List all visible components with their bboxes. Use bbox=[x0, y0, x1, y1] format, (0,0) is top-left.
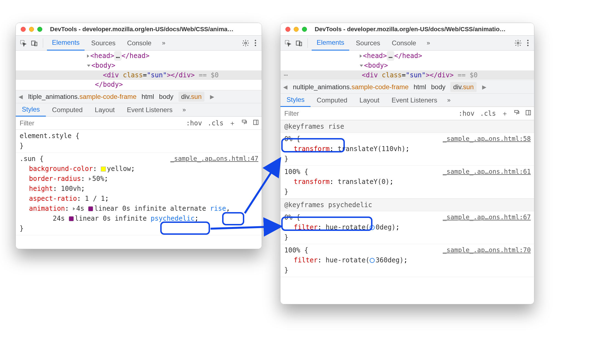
maximize-window-button[interactable] bbox=[37, 27, 42, 32]
more-tabs-icon[interactable]: » bbox=[158, 39, 169, 47]
styles-pane[interactable]: @keyframes rise 0% { _sample_.ap…ons.htm… bbox=[280, 120, 534, 304]
crumb-body[interactable]: body bbox=[431, 83, 445, 91]
decl-filter[interactable]: filter: hue-rotate(360deg); bbox=[284, 255, 530, 265]
window-title: DevTools - developer.mozilla.org/en-US/d… bbox=[50, 26, 233, 33]
maximize-window-button[interactable] bbox=[302, 27, 307, 32]
styles-filter-input[interactable] bbox=[280, 110, 456, 117]
rule-sun[interactable]: .sun { _sample_.ap…ons.html:47 backgroun… bbox=[16, 153, 262, 235]
keyframes-link-rise[interactable]: rise bbox=[210, 205, 226, 212]
breadcrumb-scroll-left-icon[interactable]: ◀ bbox=[18, 93, 23, 100]
dom-body-close[interactable]: </body> bbox=[16, 80, 262, 89]
kebab-menu-icon[interactable] bbox=[252, 40, 259, 46]
styles-filter-input[interactable] bbox=[16, 119, 183, 127]
decl-aspect-ratio[interactable]: aspect-ratio: 1 / 1; bbox=[20, 194, 258, 204]
crumb-div-sun[interactable]: div.sun bbox=[178, 92, 204, 102]
breadcrumb-scroll-left-icon[interactable]: ◀ bbox=[283, 84, 288, 90]
paint-icon[interactable] bbox=[238, 119, 250, 127]
subtab-styles[interactable]: Styles bbox=[280, 94, 311, 107]
decl-transform[interactable]: transform: translateY(0); bbox=[284, 177, 530, 187]
crumb-div-sun[interactable]: div.sun bbox=[450, 82, 476, 92]
dom-head[interactable]: <head>…</head> bbox=[280, 51, 534, 61]
hov-toggle[interactable]: :hov bbox=[456, 110, 477, 117]
more-subtabs-icon[interactable]: » bbox=[179, 106, 190, 114]
tab-console[interactable]: Console bbox=[122, 36, 156, 51]
computed-sidebar-icon[interactable] bbox=[250, 119, 262, 127]
dom-tree[interactable]: <head>…</head> <body> <div class="sun"><… bbox=[16, 51, 262, 90]
close-window-button[interactable] bbox=[21, 27, 26, 32]
cls-toggle[interactable]: .cls bbox=[477, 110, 499, 117]
device-toolbar-icon[interactable] bbox=[30, 38, 39, 48]
computed-sidebar-icon[interactable] bbox=[522, 110, 534, 117]
keyframe-psy-0[interactable]: 0% { _sample_.ap…ons.html:67 filter: hue… bbox=[280, 211, 534, 244]
subtab-event-listeners[interactable]: Event Listeners bbox=[121, 103, 178, 117]
cls-toggle[interactable]: .cls bbox=[205, 119, 226, 127]
new-rule-icon[interactable]: ＋ bbox=[499, 109, 511, 118]
decl-background-color[interactable]: background-color: yellow; bbox=[20, 164, 258, 174]
dom-tree[interactable]: <head>…</head> <body> ⋯ <div class="sun"… bbox=[280, 51, 534, 80]
source-link[interactable]: _sample_.ap…ons.html:67 bbox=[443, 212, 531, 222]
kebab-menu-icon[interactable] bbox=[524, 40, 531, 46]
source-link[interactable]: _sample_.ap…ons.html:58 bbox=[443, 134, 531, 144]
angle-swatch-icon[interactable] bbox=[370, 225, 375, 230]
decl-border-radius[interactable]: border-radius: 50%; bbox=[20, 174, 258, 184]
inspect-icon[interactable] bbox=[19, 38, 28, 48]
easing-swatch-icon[interactable] bbox=[69, 216, 74, 221]
decl-transform[interactable]: transform: translateY(110vh); bbox=[284, 144, 530, 154]
rule-element-style[interactable]: element.style { } bbox=[16, 130, 262, 153]
breadcrumb-scroll-right-icon[interactable]: ▶ bbox=[482, 84, 487, 90]
tab-elements[interactable]: Elements bbox=[312, 36, 349, 51]
keyframe-rise-0[interactable]: 0% { _sample_.ap…ons.html:58 transform: … bbox=[280, 133, 534, 166]
dom-body-open[interactable]: <body> bbox=[280, 61, 534, 70]
crumb-html[interactable]: html bbox=[141, 93, 154, 101]
minimize-window-button[interactable] bbox=[294, 27, 299, 32]
tab-sources[interactable]: Sources bbox=[86, 36, 120, 51]
device-toolbar-icon[interactable] bbox=[294, 38, 304, 48]
decl-height[interactable]: height: 100vh; bbox=[20, 184, 258, 194]
dom-body-open[interactable]: <body> bbox=[16, 61, 262, 70]
subtab-computed[interactable]: Computed bbox=[311, 94, 353, 107]
more-subtabs-icon[interactable]: » bbox=[443, 97, 454, 104]
angle-swatch-icon[interactable] bbox=[370, 258, 375, 263]
crumb-html[interactable]: html bbox=[414, 83, 426, 91]
subtab-layout[interactable]: Layout bbox=[89, 103, 121, 117]
subtab-layout[interactable]: Layout bbox=[353, 94, 385, 107]
paint-icon[interactable] bbox=[511, 110, 522, 117]
decl-animation-line2[interactable]: 24s linear 0s infinite psychedelic; bbox=[20, 213, 258, 223]
settings-icon[interactable] bbox=[241, 38, 250, 48]
breadcrumb-scroll-right-icon[interactable]: ▶ bbox=[209, 93, 215, 100]
minimize-window-button[interactable] bbox=[29, 27, 34, 32]
keyframe-rise-100[interactable]: 100% { _sample_.ap…ons.html:61 transform… bbox=[280, 166, 534, 199]
subtab-styles[interactable]: Styles bbox=[16, 103, 46, 117]
source-link[interactable]: _sample_.ap…ons.html:70 bbox=[443, 245, 531, 255]
keyframes-header-psychedelic[interactable]: @keyframes psychedelic bbox=[280, 199, 534, 211]
keyframes-header-rise[interactable]: @keyframes rise bbox=[280, 120, 534, 133]
subtab-computed[interactable]: Computed bbox=[46, 103, 89, 117]
crumb-frame[interactable]: ltiple_animations.sample-code-frame bbox=[28, 93, 136, 101]
close-window-button[interactable] bbox=[285, 27, 290, 32]
source-link[interactable]: _sample_.ap…ons.html:47 bbox=[170, 154, 259, 163]
dom-selected-div[interactable]: ⋯ <div class="sun"></div> == $0 bbox=[280, 70, 534, 80]
more-tabs-icon[interactable]: » bbox=[423, 39, 434, 47]
dom-head[interactable]: <head>…</head> bbox=[16, 51, 262, 61]
tab-console[interactable]: Console bbox=[387, 36, 421, 51]
tab-sources[interactable]: Sources bbox=[351, 36, 385, 51]
new-rule-icon[interactable]: ＋ bbox=[226, 119, 238, 128]
keyframes-link-psychedelic[interactable]: psychedelic bbox=[151, 215, 195, 222]
tab-elements[interactable]: Elements bbox=[47, 36, 85, 51]
easing-swatch-icon[interactable] bbox=[88, 206, 93, 211]
subtab-event-listeners[interactable]: Event Listeners bbox=[385, 94, 443, 107]
crumb-body[interactable]: body bbox=[159, 93, 174, 101]
decl-filter[interactable]: filter: hue-rotate(0deg); bbox=[284, 222, 530, 232]
dom-selected-div[interactable]: <div class="sun"></div> == $0 bbox=[16, 70, 262, 80]
hov-toggle[interactable]: :hov bbox=[183, 119, 205, 127]
crumb-frame[interactable]: nultiple_animations.sample-code-frame bbox=[293, 83, 409, 91]
color-swatch-icon[interactable] bbox=[101, 167, 106, 172]
settings-icon[interactable] bbox=[513, 38, 523, 48]
source-link[interactable]: _sample_.ap…ons.html:61 bbox=[443, 167, 531, 176]
inspect-icon[interactable] bbox=[283, 38, 293, 48]
devtools-toolbar: Elements Sources Console » bbox=[16, 36, 262, 51]
devtools-window-right: DevTools - developer.mozilla.org/en-US/d… bbox=[280, 23, 534, 304]
styles-pane[interactable]: element.style { } .sun { _sample_.ap…ons… bbox=[16, 130, 262, 249]
keyframe-psy-100[interactable]: 100% { _sample_.ap…ons.html:70 filter: h… bbox=[280, 244, 534, 277]
decl-animation[interactable]: animation: 4s linear 0s infinite alterna… bbox=[20, 204, 258, 213]
